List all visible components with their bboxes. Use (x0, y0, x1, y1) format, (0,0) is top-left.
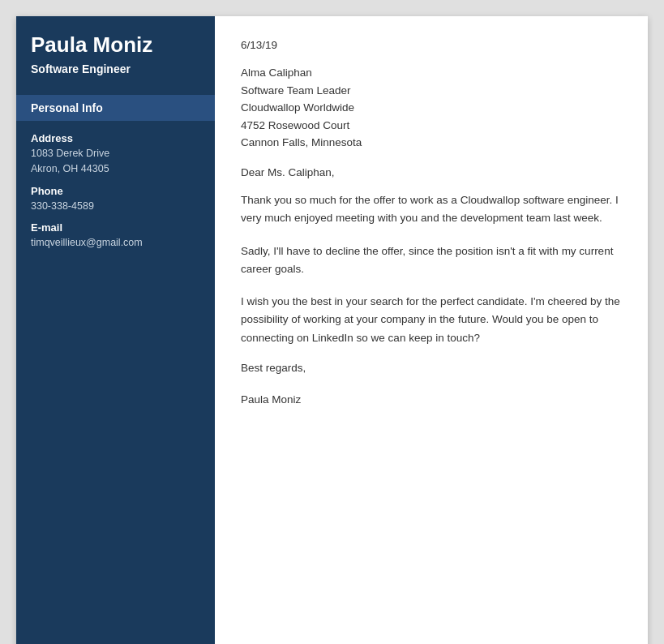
sidebar: Paula Moniz Software Engineer Personal I… (16, 16, 215, 644)
paragraph-1: Thank you so much for the offer to work … (241, 191, 622, 228)
email-label: E-mail (31, 221, 200, 234)
closing: Best regards, (241, 362, 622, 374)
sidebar-name-block: Paula Moniz Software Engineer (16, 16, 215, 88)
candidate-name: Paula Moniz (31, 32, 200, 58)
salutation: Dear Ms. Caliphan, (241, 166, 622, 178)
paragraph-3: I wish you the best in your search for t… (241, 293, 622, 347)
phone-label: Phone (31, 185, 200, 197)
paragraph-2: Sadly, I'll have to decline the offer, s… (241, 243, 622, 279)
phone-value: 330-338-4589 (31, 199, 200, 214)
address-line2: Akron, OH 44305 (31, 161, 200, 177)
sender-name: Paula Moniz (241, 393, 622, 406)
letter-body: Thank you so much for the offer to work … (241, 191, 622, 347)
recipient-name: Alma Caliphan (241, 64, 622, 82)
recipient-block: Alma Caliphan Software Team Leader Cloud… (241, 64, 622, 152)
letter-date: 6/13/19 (241, 39, 622, 51)
personal-info-header: Personal Info (16, 95, 215, 121)
recipient-company: Cloudwallop Worldwide (241, 99, 622, 117)
recipient-address: 4752 Rosewood Court (241, 117, 622, 135)
address-line1: 1083 Derek Drive (31, 146, 200, 161)
email-value: timqveillieux@gmail.com (31, 235, 200, 251)
address-label: Address (31, 132, 200, 144)
personal-info-section: Address 1083 Derek Drive Akron, OH 44305… (16, 121, 215, 262)
main-content: 6/13/19 Alma Caliphan Software Team Lead… (215, 16, 648, 644)
recipient-city: Cannon Falls, Minnesota (241, 134, 622, 152)
recipient-title: Software Team Leader (241, 82, 622, 100)
candidate-title: Software Engineer (31, 62, 200, 75)
page: Paula Moniz Software Engineer Personal I… (16, 16, 648, 644)
